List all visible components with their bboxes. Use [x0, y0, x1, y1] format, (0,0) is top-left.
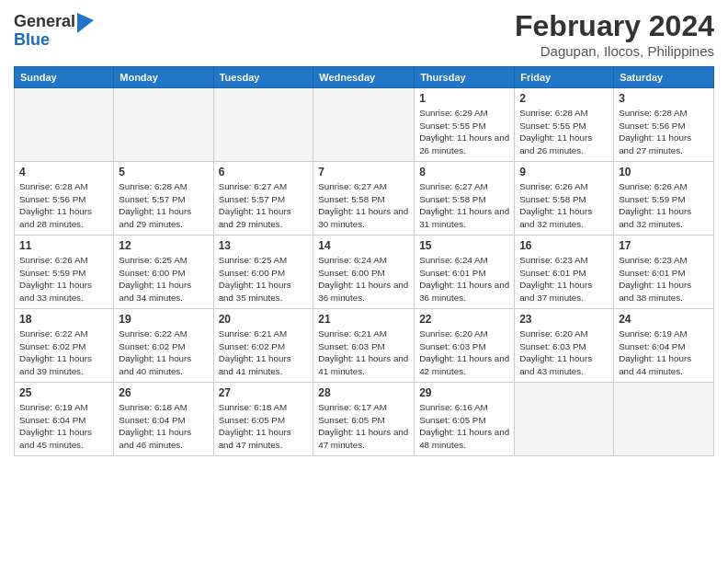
day-info: Sunrise: 6:23 AM Sunset: 6:01 PM Dayligh… [619, 254, 709, 304]
day-number: 18 [19, 313, 108, 326]
calendar-cell: 9Sunrise: 6:26 AM Sunset: 5:58 PM Daylig… [515, 162, 614, 236]
calendar-cell: 22Sunrise: 6:20 AM Sunset: 6:03 PM Dayli… [415, 309, 515, 383]
day-number: 16 [519, 239, 609, 252]
day-info: Sunrise: 6:25 AM Sunset: 6:00 PM Dayligh… [119, 254, 208, 304]
calendar-cell: 21Sunrise: 6:21 AM Sunset: 6:03 PM Dayli… [313, 309, 415, 383]
day-number: 13 [219, 239, 309, 252]
day-number: 23 [519, 313, 609, 326]
calendar-cell: 16Sunrise: 6:23 AM Sunset: 6:01 PM Dayli… [515, 236, 614, 309]
calendar-cell: 13Sunrise: 6:25 AM Sunset: 6:00 PM Dayli… [213, 236, 313, 309]
calendar-cell: 26Sunrise: 6:18 AM Sunset: 6:04 PM Dayli… [114, 383, 213, 456]
day-number: 22 [419, 313, 509, 326]
day-number: 24 [619, 313, 709, 326]
calendar-cell: 1Sunrise: 6:29 AM Sunset: 5:55 PM Daylig… [415, 88, 515, 162]
week-row-1: 1Sunrise: 6:29 AM Sunset: 5:55 PM Daylig… [15, 88, 714, 162]
weekday-header-saturday: Saturday [614, 67, 714, 88]
day-number: 11 [19, 239, 108, 252]
logo-icon [77, 13, 94, 33]
week-row-3: 11Sunrise: 6:26 AM Sunset: 5:59 PM Dayli… [15, 236, 714, 309]
weekday-header-friday: Friday [515, 67, 614, 88]
day-info: Sunrise: 6:26 AM Sunset: 5:59 PM Dayligh… [619, 180, 709, 231]
calendar-cell: 10Sunrise: 6:26 AM Sunset: 5:59 PM Dayli… [614, 162, 714, 236]
day-number: 28 [318, 386, 409, 399]
calendar-cell: 3Sunrise: 6:28 AM Sunset: 5:56 PM Daylig… [614, 88, 714, 162]
day-number: 8 [419, 166, 509, 178]
logo[interactable]: General Blue [14, 13, 94, 50]
day-info: Sunrise: 6:24 AM Sunset: 6:00 PM Dayligh… [318, 254, 409, 304]
svg-marker-0 [77, 13, 94, 33]
weekday-header-row: SundayMondayTuesdayWednesdayThursdayFrid… [15, 67, 714, 88]
day-info: Sunrise: 6:26 AM Sunset: 5:58 PM Dayligh… [519, 180, 609, 231]
day-info: Sunrise: 6:25 AM Sunset: 6:00 PM Dayligh… [219, 254, 309, 304]
day-info: Sunrise: 6:20 AM Sunset: 6:03 PM Dayligh… [419, 327, 509, 378]
day-info: Sunrise: 6:28 AM Sunset: 5:57 PM Dayligh… [119, 180, 208, 231]
day-number: 14 [318, 239, 409, 252]
calendar-cell: 18Sunrise: 6:22 AM Sunset: 6:02 PM Dayli… [15, 309, 114, 383]
calendar-cell: 12Sunrise: 6:25 AM Sunset: 6:00 PM Dayli… [114, 236, 213, 309]
weekday-header-tuesday: Tuesday [213, 67, 313, 88]
day-info: Sunrise: 6:18 AM Sunset: 6:04 PM Dayligh… [119, 401, 208, 452]
calendar-cell: 2Sunrise: 6:28 AM Sunset: 5:55 PM Daylig… [515, 88, 614, 162]
day-info: Sunrise: 6:28 AM Sunset: 5:55 PM Dayligh… [519, 107, 609, 157]
calendar-cell: 6Sunrise: 6:27 AM Sunset: 5:57 PM Daylig… [213, 162, 313, 236]
calendar-cell: 28Sunrise: 6:17 AM Sunset: 6:05 PM Dayli… [313, 383, 415, 456]
day-number: 1 [419, 92, 509, 105]
day-info: Sunrise: 6:29 AM Sunset: 5:55 PM Dayligh… [419, 107, 509, 157]
day-info: Sunrise: 6:19 AM Sunset: 6:04 PM Dayligh… [619, 327, 709, 378]
day-number: 19 [119, 313, 208, 326]
day-number: 10 [619, 166, 709, 178]
calendar-cell: 25Sunrise: 6:19 AM Sunset: 6:04 PM Dayli… [15, 383, 114, 456]
calendar-cell: 14Sunrise: 6:24 AM Sunset: 6:00 PM Dayli… [313, 236, 415, 309]
day-info: Sunrise: 6:20 AM Sunset: 6:03 PM Dayligh… [519, 327, 609, 378]
day-info: Sunrise: 6:21 AM Sunset: 6:02 PM Dayligh… [219, 327, 309, 378]
calendar-cell: 17Sunrise: 6:23 AM Sunset: 6:01 PM Dayli… [614, 236, 714, 309]
day-number: 5 [119, 166, 208, 178]
weekday-header-monday: Monday [114, 67, 213, 88]
day-info: Sunrise: 6:24 AM Sunset: 6:01 PM Dayligh… [419, 254, 509, 304]
calendar-cell: 27Sunrise: 6:18 AM Sunset: 6:05 PM Dayli… [213, 383, 313, 456]
day-info: Sunrise: 6:19 AM Sunset: 6:04 PM Dayligh… [19, 401, 108, 452]
day-number: 15 [419, 239, 509, 252]
calendar-cell [614, 383, 714, 456]
day-number: 3 [619, 92, 709, 105]
calendar-table: SundayMondayTuesdayWednesdayThursdayFrid… [14, 66, 714, 456]
day-info: Sunrise: 6:18 AM Sunset: 6:05 PM Dayligh… [219, 401, 309, 452]
calendar-cell: 23Sunrise: 6:20 AM Sunset: 6:03 PM Dayli… [515, 309, 614, 383]
calendar-cell: 4Sunrise: 6:28 AM Sunset: 5:56 PM Daylig… [15, 162, 114, 236]
calendar-cell: 8Sunrise: 6:27 AM Sunset: 5:58 PM Daylig… [415, 162, 515, 236]
calendar-cell [313, 88, 415, 162]
calendar-cell: 24Sunrise: 6:19 AM Sunset: 6:04 PM Dayli… [614, 309, 714, 383]
day-info: Sunrise: 6:28 AM Sunset: 5:56 PM Dayligh… [619, 107, 709, 157]
calendar-cell: 20Sunrise: 6:21 AM Sunset: 6:02 PM Dayli… [213, 309, 313, 383]
day-number: 6 [219, 166, 309, 178]
calendar-cell: 7Sunrise: 6:27 AM Sunset: 5:58 PM Daylig… [313, 162, 415, 236]
day-number: 25 [19, 386, 108, 399]
day-number: 26 [119, 386, 208, 399]
day-info: Sunrise: 6:27 AM Sunset: 5:58 PM Dayligh… [419, 180, 509, 231]
day-number: 12 [119, 239, 208, 252]
week-row-5: 25Sunrise: 6:19 AM Sunset: 6:04 PM Dayli… [15, 383, 714, 456]
calendar-cell: 15Sunrise: 6:24 AM Sunset: 6:01 PM Dayli… [415, 236, 515, 309]
weekday-header-thursday: Thursday [415, 67, 515, 88]
day-info: Sunrise: 6:27 AM Sunset: 5:57 PM Dayligh… [219, 180, 309, 231]
calendar-cell: 11Sunrise: 6:26 AM Sunset: 5:59 PM Dayli… [15, 236, 114, 309]
day-number: 20 [219, 313, 309, 326]
day-info: Sunrise: 6:27 AM Sunset: 5:58 PM Dayligh… [318, 180, 409, 231]
calendar-cell [114, 88, 213, 162]
day-info: Sunrise: 6:21 AM Sunset: 6:03 PM Dayligh… [318, 327, 409, 378]
title-block: February 2024 Dagupan, Ilocos, Philippin… [515, 9, 714, 59]
calendar-cell [213, 88, 313, 162]
calendar-cell: 19Sunrise: 6:22 AM Sunset: 6:02 PM Dayli… [114, 309, 213, 383]
weekday-header-sunday: Sunday [15, 67, 114, 88]
day-info: Sunrise: 6:16 AM Sunset: 6:05 PM Dayligh… [419, 401, 509, 452]
day-info: Sunrise: 6:26 AM Sunset: 5:59 PM Dayligh… [19, 254, 108, 304]
calendar-cell [515, 383, 614, 456]
day-info: Sunrise: 6:23 AM Sunset: 6:01 PM Dayligh… [519, 254, 609, 304]
calendar-cell: 5Sunrise: 6:28 AM Sunset: 5:57 PM Daylig… [114, 162, 213, 236]
day-info: Sunrise: 6:17 AM Sunset: 6:05 PM Dayligh… [318, 401, 409, 452]
day-number: 29 [419, 386, 509, 399]
day-info: Sunrise: 6:28 AM Sunset: 5:56 PM Dayligh… [19, 180, 108, 231]
week-row-2: 4Sunrise: 6:28 AM Sunset: 5:56 PM Daylig… [15, 162, 714, 236]
day-number: 17 [619, 239, 709, 252]
day-number: 2 [519, 92, 609, 105]
